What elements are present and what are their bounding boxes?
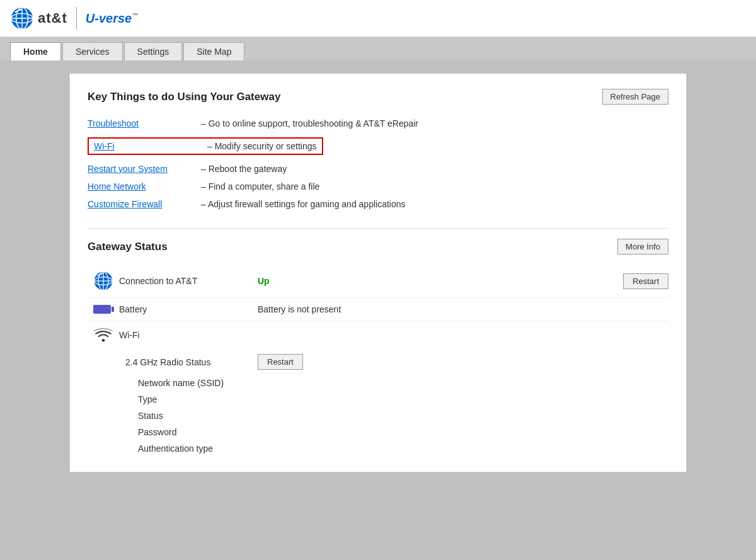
restart-system-row: Restart your System – Reboot the gateway <box>88 160 668 178</box>
wifi-status-icon <box>88 328 119 343</box>
troubleshoot-row: Troubleshoot – Go to online support, tro… <box>88 115 668 132</box>
connection-status-row: Connection to AT&T Up Restart <box>88 265 668 298</box>
connection-label: Connection to AT&T <box>119 276 258 286</box>
att-globe-icon <box>10 6 34 30</box>
section-divider <box>88 228 668 229</box>
logo-divider <box>76 7 77 30</box>
key-things-header: Key Things to do Using Your Gateway Refr… <box>88 89 668 105</box>
wifi-description: – Modify security or settings <box>207 141 317 151</box>
gateway-status-section: Gateway Status More Info Connection to A… <box>88 239 668 457</box>
status-row: Status <box>88 408 668 424</box>
customize-firewall-link[interactable]: Customize Firewall <box>88 199 195 209</box>
password-label: Password <box>138 427 264 437</box>
battery-body-icon <box>93 305 111 314</box>
wifi-row-container: Wi-Fi – Modify security or settings <box>88 132 668 160</box>
restart-system-description: – Reboot the gateway <box>201 164 287 174</box>
type-label: Type <box>138 394 264 404</box>
wifi-section-label-text: Wi-Fi <box>119 330 258 340</box>
links-container: Troubleshoot – Go to online support, tro… <box>88 115 668 213</box>
troubleshoot-description: – Go to online support, troubleshooting … <box>201 118 418 129</box>
svg-point-10 <box>102 339 105 342</box>
refresh-page-button[interactable]: Refresh Page <box>602 89 669 105</box>
trademark: ™ <box>132 12 138 19</box>
gateway-status-title: Gateway Status <box>88 241 168 253</box>
battery-label: Battery <box>119 304 258 314</box>
battery-icon <box>88 305 119 314</box>
nav-tabs: Home Services Settings Site Map <box>0 37 756 60</box>
auth-type-row: Authentication type <box>88 440 668 457</box>
restart-system-link[interactable]: Restart your System <box>88 164 195 174</box>
ghz-radio-row: 2.4 GHz Radio Status Restart <box>88 349 668 375</box>
tab-sitemap[interactable]: Site Map <box>183 42 244 60</box>
troubleshoot-link[interactable]: Troubleshoot <box>88 118 195 129</box>
wifi-status-row: Wi-Fi <box>88 321 668 349</box>
home-network-link[interactable]: Home Network <box>88 181 195 191</box>
wifi-highlighted-row: Wi-Fi – Modify security or settings <box>88 137 323 155</box>
wifi-restart-button[interactable]: Restart <box>258 354 303 370</box>
product-name: U-verse™ <box>86 11 138 26</box>
customize-firewall-row: Customize Firewall – Adjust firewall set… <box>88 195 668 213</box>
more-info-button[interactable]: More Info <box>617 239 668 254</box>
page-header: at&t U-verse™ <box>0 0 756 37</box>
main-wrapper: Key Things to do Using Your Gateway Refr… <box>0 60 756 560</box>
wifi-icon <box>94 328 113 343</box>
password-row: Password <box>88 424 668 440</box>
home-network-description: – Find a computer, share a file <box>201 181 319 191</box>
att-connection-icon <box>88 271 119 291</box>
connection-restart-button[interactable]: Restart <box>623 273 668 289</box>
wifi-link[interactable]: Wi-Fi <box>94 141 201 151</box>
home-network-row: Home Network – Find a computer, share a … <box>88 178 668 195</box>
status-label: Status <box>138 411 264 421</box>
type-row: Type <box>88 391 668 408</box>
brand-name: at&t <box>38 10 67 26</box>
gateway-status-header: Gateway Status More Info <box>88 239 668 254</box>
att-globe-status-icon <box>93 271 113 291</box>
ssid-row: Network name (SSID) <box>88 375 668 391</box>
tab-settings[interactable]: Settings <box>124 42 183 60</box>
ghz-radio-label: 2.4 GHz Radio Status <box>125 357 258 367</box>
auth-type-label: Authentication type <box>138 443 264 454</box>
content-panel: Key Things to do Using Your Gateway Refr… <box>69 73 687 472</box>
customize-firewall-description: – Adjust firewall settings for gaming an… <box>201 199 406 209</box>
ssid-label: Network name (SSID) <box>138 378 264 388</box>
tab-home[interactable]: Home <box>10 42 61 60</box>
connection-value: Up <box>258 276 623 286</box>
tab-services[interactable]: Services <box>62 42 123 60</box>
att-logo: at&t U-verse™ <box>10 6 138 30</box>
battery-tip-icon <box>112 307 114 312</box>
key-things-title: Key Things to do Using Your Gateway <box>88 91 280 103</box>
battery-status-row: Battery Battery is not present <box>88 298 668 321</box>
battery-value: Battery is not present <box>258 304 668 314</box>
